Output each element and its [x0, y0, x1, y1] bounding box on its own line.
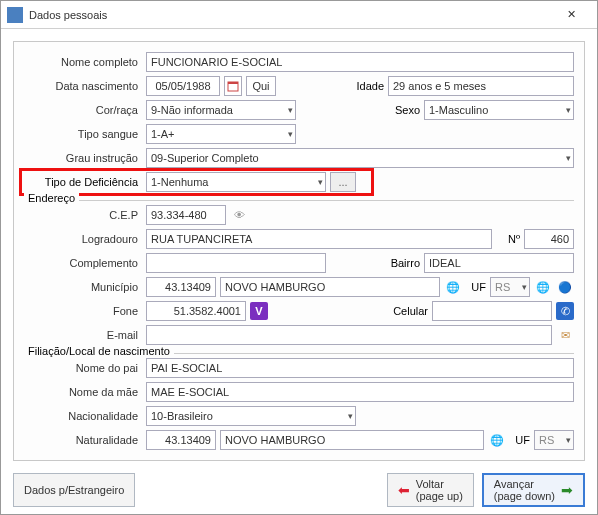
logradouro-label: Logradouro	[24, 233, 142, 245]
data-nasc-input[interactable]	[146, 76, 220, 96]
window-title: Dados pessoais	[29, 9, 551, 21]
celular-input[interactable]	[432, 301, 552, 321]
filiacao-legend: Filiação/Local de nascimento	[24, 345, 174, 357]
municipio-label: Município	[24, 281, 142, 293]
endereco-legend: Endereço	[24, 192, 79, 204]
celular-label: Celular	[384, 305, 428, 317]
municipio-nome-input[interactable]	[220, 277, 440, 297]
pai-input[interactable]	[146, 358, 574, 378]
bairro-input[interactable]	[424, 253, 574, 273]
sexo-label: Sexo	[380, 104, 420, 116]
idade-value	[388, 76, 574, 96]
nacionalidade-label: Nacionalidade	[24, 410, 142, 422]
arrow-left-icon: ⬅	[398, 482, 410, 498]
form-panel: Nome completo Data nascimento Idade Cor/…	[13, 41, 585, 461]
arrow-right-icon: ➡	[561, 482, 573, 498]
corraca-select[interactable]: 9-Não informada▾	[146, 100, 296, 120]
voltar-button[interactable]: ⬅ Voltar (page up)	[387, 473, 474, 507]
email-label: E-mail	[24, 329, 142, 341]
complemento-input[interactable]	[146, 253, 326, 273]
voip-icon[interactable]: V	[250, 302, 268, 320]
naturalidade-nome-input[interactable]	[220, 430, 484, 450]
window-root: Dados pessoais ✕ Nome completo Data nasc…	[0, 0, 598, 515]
data-nasc-label: Data nascimento	[24, 80, 142, 92]
globe-icon[interactable]: 🌐	[444, 277, 462, 297]
deficiencia-details-button[interactable]: ...	[330, 172, 356, 192]
cep-input[interactable]	[146, 205, 226, 225]
nome-completo-label: Nome completo	[24, 56, 142, 68]
complemento-label: Complemento	[24, 257, 142, 269]
deficiencia-select[interactable]: 1-Nenhuma▾	[146, 172, 326, 192]
calendar-icon[interactable]	[224, 76, 242, 96]
fone-label: Fone	[24, 305, 142, 317]
nat-uf-select[interactable]: RS▾	[534, 430, 574, 450]
municipio-cod-input[interactable]	[146, 277, 216, 297]
titlebar: Dados pessoais ✕	[1, 1, 597, 29]
uf-label: UF	[466, 281, 486, 293]
globe3-icon[interactable]: 🌐	[488, 430, 506, 450]
nacionalidade-select[interactable]: 10-Brasileiro▾	[146, 406, 356, 426]
email-input[interactable]	[146, 325, 552, 345]
mae-label: Nome da mãe	[24, 386, 142, 398]
naturalidade-label: Naturalidade	[24, 434, 142, 446]
grau-select[interactable]: 09-Superior Completo▾	[146, 148, 574, 168]
cep-label: C.E.P	[24, 209, 142, 221]
phone-icon[interactable]: ✆	[556, 302, 574, 320]
cep-lookup-icon[interactable]: 👁	[230, 205, 248, 225]
mae-input[interactable]	[146, 382, 574, 402]
corraca-label: Cor/raça	[24, 104, 142, 116]
numero-input[interactable]	[524, 229, 574, 249]
uf-select[interactable]: RS▾	[490, 277, 530, 297]
globe2-icon[interactable]: 🌐	[534, 277, 552, 297]
numero-label: Nº	[496, 233, 520, 245]
flag-icon[interactable]: 🔵	[556, 277, 574, 297]
close-button[interactable]: ✕	[551, 1, 591, 29]
tipo-sangue-label: Tipo sangue	[24, 128, 142, 140]
naturalidade-cod-input[interactable]	[146, 430, 216, 450]
mail-icon[interactable]: ✉	[556, 325, 574, 345]
nat-uf-label: UF	[510, 434, 530, 446]
fone-input[interactable]	[146, 301, 246, 321]
estrangeiro-button[interactable]: Dados p/Estrangeiro	[13, 473, 135, 507]
logradouro-input[interactable]	[146, 229, 492, 249]
app-icon	[7, 7, 23, 23]
pai-label: Nome do pai	[24, 362, 142, 374]
svg-rect-1	[228, 82, 238, 84]
nome-completo-input[interactable]	[146, 52, 574, 72]
bairro-label: Bairro	[380, 257, 420, 269]
sexo-select[interactable]: 1-Masculino▾	[424, 100, 574, 120]
grau-label: Grau instrução	[24, 152, 142, 164]
data-nasc-day	[246, 76, 276, 96]
idade-label: Idade	[344, 80, 384, 92]
avancar-button[interactable]: Avançar (page down) ➡	[482, 473, 585, 507]
tipo-sangue-select[interactable]: 1-A+▾	[146, 124, 296, 144]
